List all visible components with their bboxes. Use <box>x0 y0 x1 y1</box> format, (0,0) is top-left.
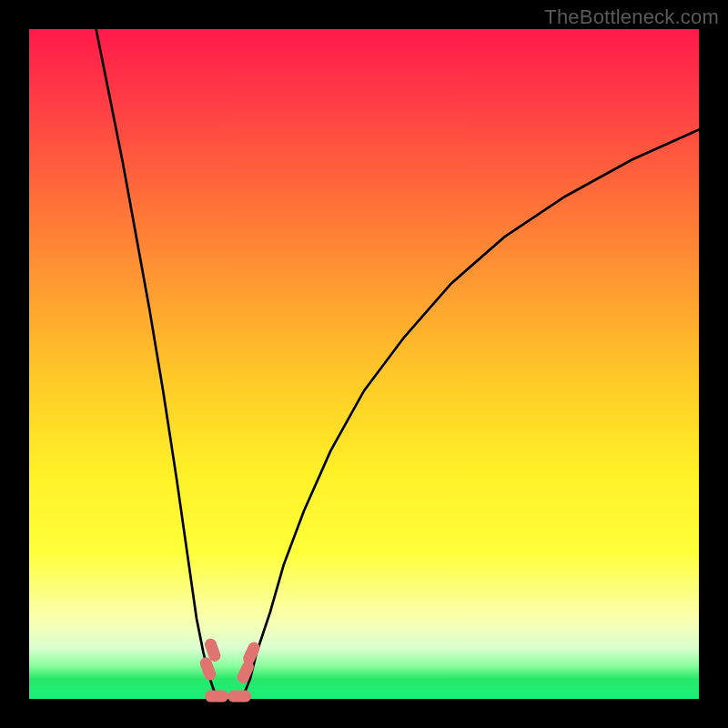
marker-floor-right <box>228 691 251 703</box>
marker-floor-left <box>205 691 228 703</box>
curve-layer <box>96 29 699 695</box>
marker-layer <box>198 637 262 703</box>
plot-area <box>29 29 699 699</box>
svg-rect-5 <box>228 691 251 703</box>
svg-rect-4 <box>205 691 228 703</box>
curve-left-branch <box>96 29 217 695</box>
chart-frame: TheBottleneck.com <box>0 0 728 728</box>
watermark-text: TheBottleneck.com <box>544 5 719 29</box>
chart-svg <box>29 29 699 699</box>
curve-right-branch <box>244 129 699 695</box>
